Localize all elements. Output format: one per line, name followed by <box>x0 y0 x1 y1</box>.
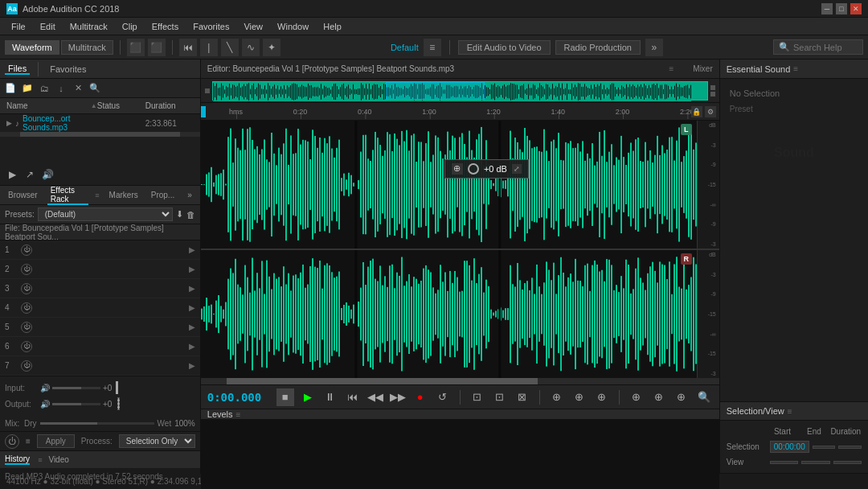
more-workspaces-icon[interactable]: » <box>645 39 663 56</box>
icon-btn-3[interactable]: 🗂 <box>37 81 51 96</box>
radio-production-button[interactable]: Radio Production <box>555 40 641 55</box>
forward-button[interactable]: ▶▶ <box>389 388 407 406</box>
fx-power-4[interactable]: ⏻ <box>21 302 32 314</box>
fx-power-7[interactable]: ⏻ <box>21 360 32 372</box>
sv-selection-start[interactable]: 00:00:00 <box>770 441 809 453</box>
ruler-settings-icon[interactable]: ⚙ <box>705 106 716 117</box>
new-file-icon[interactable]: 📄 <box>3 81 18 96</box>
transport-icon-7[interactable]: ⊕ <box>628 388 645 406</box>
workspace-menu-icon[interactable]: ≡ <box>424 39 441 56</box>
list-item[interactable]: ▶ ♪ Bouncep...ort Sounds.mp3 2:33.861 <box>0 114 200 132</box>
toolbar-icon-3[interactable]: ⏮ <box>179 39 197 56</box>
editor-menu-icon[interactable]: ≡ <box>669 64 674 73</box>
open-file-icon[interactable]: 📁 <box>20 81 35 96</box>
power-all-button[interactable]: ⏻ <box>5 434 19 449</box>
search-help-input[interactable] <box>793 43 858 52</box>
fx-expand-1[interactable]: ▶ <box>189 245 195 254</box>
vol-popup-expand[interactable]: ⤢ <box>512 164 522 174</box>
mini-volume-button[interactable]: 🔊 <box>40 167 55 182</box>
fx-power-5[interactable]: ⏻ <box>21 322 32 333</box>
search-help-box[interactable]: 🔍 <box>773 39 863 55</box>
fx-power-3[interactable]: ⏻ <box>21 283 32 294</box>
levels-menu-icon[interactable]: ≡ <box>236 410 241 419</box>
download-preset-icon[interactable]: ⬇ <box>176 209 183 220</box>
output-track[interactable] <box>52 403 100 405</box>
list-icon[interactable]: ≡ <box>26 437 31 446</box>
h-scrollbar[interactable] <box>201 378 719 384</box>
sv-view-start[interactable] <box>770 461 798 464</box>
record-button[interactable]: ● <box>411 388 429 406</box>
tab-files[interactable]: Files <box>5 64 30 75</box>
transport-icon-4[interactable]: ⊕ <box>548 388 566 406</box>
sv-view-end[interactable] <box>801 461 829 464</box>
icon-btn-5[interactable]: ✕ <box>71 81 85 96</box>
fx-expand-4[interactable]: ▶ <box>189 303 195 312</box>
menu-help[interactable]: Help <box>317 20 348 33</box>
transport-icon-2[interactable]: ⊡ <box>491 388 509 406</box>
edit-audio-video-button[interactable]: Edit Audio to Video <box>458 40 551 55</box>
sv-selection-end[interactable] <box>813 446 836 449</box>
close-button[interactable]: ✕ <box>850 3 862 14</box>
more-tabs-icon[interactable]: » <box>184 191 195 199</box>
toolbar-icon-5[interactable]: ╲ <box>221 39 239 56</box>
fx-power-2[interactable]: ⏻ <box>21 264 32 275</box>
tab-video[interactable]: Video <box>48 455 68 464</box>
channel-right[interactable]: R <box>201 250 719 378</box>
transport-icon-8[interactable]: ⊕ <box>650 388 668 406</box>
menu-clip[interactable]: Clip <box>116 20 144 33</box>
fx-power-6[interactable]: ⏻ <box>21 341 32 352</box>
pause-button[interactable]: ⏸ <box>321 388 339 406</box>
apply-button[interactable]: Apply <box>37 434 75 448</box>
essential-sound-menu-icon[interactable]: ≡ <box>793 64 798 73</box>
transport-icon-3[interactable]: ⊠ <box>514 388 531 406</box>
tab-properties[interactable]: Prop... <box>148 191 178 199</box>
loop-button[interactable]: ↺ <box>434 388 452 406</box>
transport-icon-6[interactable]: ⊕ <box>593 388 611 406</box>
mixer-label[interactable]: Mixer <box>693 64 712 73</box>
process-select[interactable]: Selection Only <box>119 434 195 448</box>
mini-play-button[interactable]: ▶ <box>5 167 19 182</box>
fx-expand-2[interactable]: ▶ <box>189 265 195 273</box>
tab-browser[interactable]: Browser <box>5 191 41 199</box>
transport-icon-10[interactable]: 🔍 <box>695 388 713 406</box>
sv-view-duration[interactable] <box>833 461 862 464</box>
toolbar-icon-4[interactable]: | <box>200 39 218 56</box>
delete-preset-icon[interactable]: 🗑 <box>186 210 195 220</box>
menu-effects[interactable]: Effects <box>145 20 185 33</box>
restore-button[interactable]: □ <box>836 3 847 14</box>
overview-waveform[interactable] <box>212 81 708 101</box>
prev-button[interactable]: ⏮ <box>344 388 362 406</box>
tab-markers[interactable]: Markers <box>106 191 141 199</box>
mix-slider[interactable] <box>40 422 154 425</box>
stop-button[interactable]: ■ <box>276 388 294 406</box>
ruler-zoom-icon[interactable]: 🔒 <box>691 106 702 117</box>
minimize-button[interactable]: ─ <box>821 3 833 14</box>
tab-waveform[interactable]: Waveform <box>5 40 59 55</box>
rewind-button[interactable]: ◀◀ <box>366 388 384 406</box>
sv-selection-duration[interactable] <box>838 446 862 449</box>
tab-effects-rack[interactable]: Effects Rack <box>47 186 89 205</box>
h-scroll-thumb[interactable] <box>227 378 538 384</box>
transport-icon-1[interactable]: ⊡ <box>469 388 486 406</box>
fx-expand-3[interactable]: ▶ <box>189 284 195 293</box>
input-track[interactable] <box>52 387 100 389</box>
toolbar-icon-2[interactable]: ⬛ <box>148 39 166 56</box>
menu-file[interactable]: File <box>5 20 32 33</box>
waveform-overview[interactable] <box>201 79 719 103</box>
fx-expand-5[interactable]: ▶ <box>189 323 195 331</box>
vol-knob[interactable] <box>468 163 479 175</box>
play-button[interactable]: ▶ <box>299 388 317 406</box>
waveform-main[interactable]: L ⊕ +0 dB ⤢ R <box>201 121 719 378</box>
tab-history[interactable]: History <box>5 454 30 465</box>
menu-favorites[interactable]: Favorites <box>186 20 235 33</box>
fx-expand-6[interactable]: ▶ <box>189 342 195 351</box>
toolbar-icon-1[interactable]: ⬛ <box>127 39 145 56</box>
transport-icon-9[interactable]: ⊕ <box>673 388 690 406</box>
search-files-icon[interactable]: 🔍 <box>88 81 102 96</box>
fx-expand-7[interactable]: ▶ <box>189 361 195 370</box>
tab-favorites[interactable]: Favorites <box>47 64 89 74</box>
toolbar-icon-7[interactable]: ✦ <box>263 39 280 56</box>
presets-select[interactable]: (Default) <box>38 208 173 221</box>
tab-multitrack[interactable]: Multitrack <box>61 40 113 55</box>
menu-edit[interactable]: Edit <box>34 20 62 33</box>
